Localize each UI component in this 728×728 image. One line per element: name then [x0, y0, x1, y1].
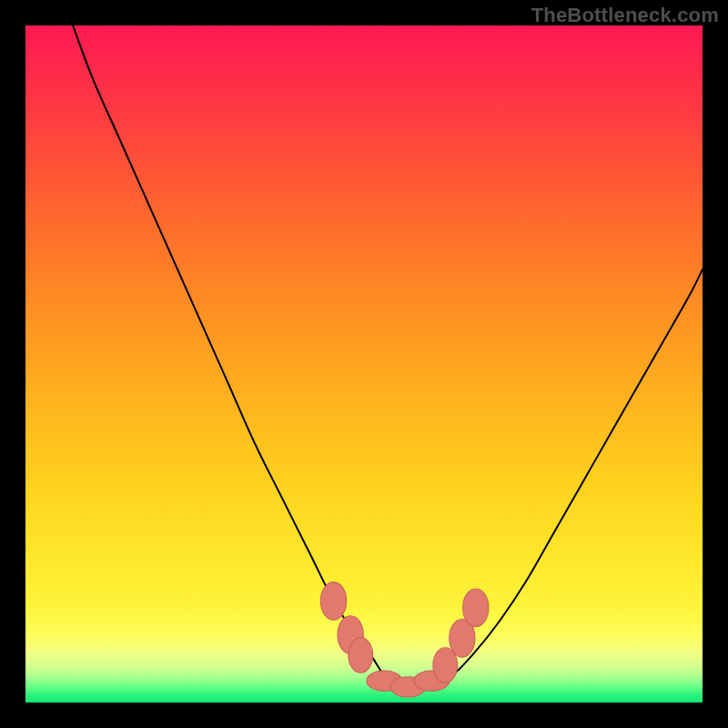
highlight-marker: [463, 589, 489, 627]
plot-area: [25, 25, 703, 703]
curve-svg: [25, 25, 703, 703]
highlight-marker: [349, 638, 373, 673]
bottleneck-curve: [73, 25, 703, 689]
highlight-marker: [320, 582, 346, 621]
outer-black-frame: TheBottleneck.com: [0, 0, 728, 728]
marker-group: [320, 582, 489, 697]
attribution-text: TheBottleneck.com: [531, 4, 719, 27]
